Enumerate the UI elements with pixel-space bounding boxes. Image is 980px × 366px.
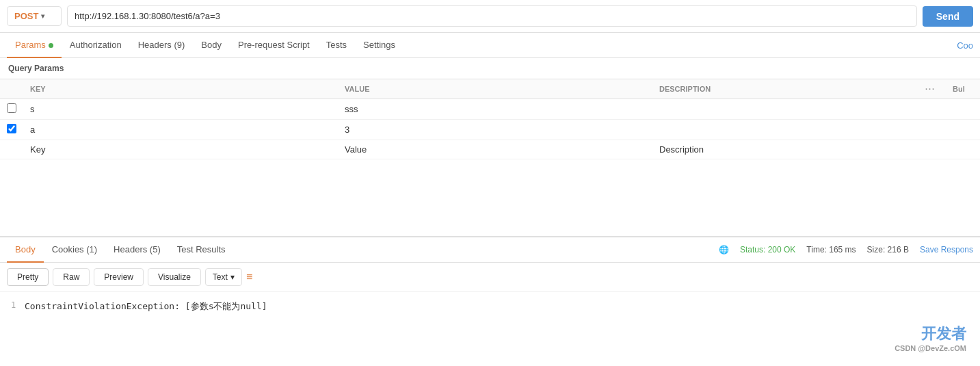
response-status: 🌐 Status: 200 OK Time: 165 ms Size: 216 …	[719, 245, 973, 254]
header-checkbox	[0, 79, 23, 99]
format-chevron-icon: ▾	[230, 272, 235, 282]
method-chevron-icon: ▾	[41, 12, 44, 20]
pretty-button[interactable]: Pretty	[7, 268, 49, 286]
row1-bulk	[946, 99, 980, 120]
table-row: a 3	[0, 120, 980, 140]
response-tab-cookies[interactable]: Cookies (1)	[44, 237, 105, 263]
tab-tests[interactable]: Tests	[318, 33, 355, 58]
raw-button[interactable]: Raw	[53, 268, 90, 286]
row2-key[interactable]: a	[23, 120, 338, 140]
line-number-1: 1	[11, 300, 25, 310]
preview-button[interactable]: Preview	[94, 268, 144, 286]
row1-dots	[918, 99, 946, 120]
placeholder-key[interactable]: Key	[23, 140, 338, 159]
row2-checkbox-cell	[0, 120, 23, 140]
placeholder-checkbox-cell	[0, 140, 23, 159]
row1-checkbox-cell	[0, 99, 23, 120]
placeholder-value[interactable]: Value	[338, 140, 652, 159]
size-text: Size: 216 B	[867, 245, 909, 254]
row1-value[interactable]: sss	[338, 99, 652, 120]
url-input[interactable]	[67, 5, 917, 27]
row1-key[interactable]: s	[23, 99, 338, 120]
response-section: Body Cookies (1) Headers (5) Test Result…	[0, 236, 980, 321]
header-bulk: Bul	[946, 79, 980, 99]
tab-params[interactable]: Params	[7, 33, 62, 58]
row2-value[interactable]: 3	[338, 120, 652, 140]
placeholder-dots	[918, 140, 946, 159]
tab-settings[interactable]: Settings	[355, 33, 403, 58]
params-table: KEY VALUE DESCRIPTION ··· Bul s sss	[0, 79, 980, 159]
format-label: Text	[213, 272, 228, 282]
placeholder-bulk	[946, 140, 980, 159]
row1-checkbox[interactable]	[7, 103, 16, 113]
tab-headers[interactable]: Headers (9)	[130, 33, 194, 58]
response-tab-test-results[interactable]: Test Results	[169, 237, 234, 263]
table-row: s sss	[0, 99, 980, 120]
request-tabs: Params Authorization Headers (9) Body Pr…	[0, 33, 980, 58]
status-text: Status: 200 OK	[740, 245, 795, 254]
response-tabs: Body Cookies (1) Headers (5) Test Result…	[0, 237, 980, 263]
header-description: DESCRIPTION	[652, 79, 918, 99]
time-text: Time: 165 ms	[806, 245, 856, 254]
header-value: VALUE	[338, 79, 652, 99]
code-area: 1 ConstraintViolationException: [参数s不能为n…	[0, 292, 980, 321]
table-header-row: KEY VALUE DESCRIPTION ··· Bul	[0, 79, 980, 99]
code-line-1: 1 ConstraintViolationException: [参数s不能为n…	[11, 299, 969, 314]
method-label: POST	[14, 11, 38, 21]
row2-description[interactable]	[652, 120, 918, 140]
line-content-1: ConstraintViolationException: [参数s不能为nul…	[25, 300, 267, 313]
visualize-button[interactable]: Visualize	[148, 268, 201, 286]
globe-icon: 🌐	[719, 245, 729, 254]
row2-dots	[918, 120, 946, 140]
response-toolbar: Pretty Raw Preview Visualize Text ▾ ≡	[0, 263, 980, 292]
header-key: KEY	[23, 79, 338, 99]
upper-section: Query Params KEY VALUE DESCRIPTION ··· B…	[0, 58, 980, 236]
header-dots: ···	[918, 79, 946, 99]
response-tab-headers[interactable]: Headers (5)	[105, 237, 169, 263]
row2-bulk	[946, 120, 980, 140]
row2-checkbox[interactable]	[7, 124, 16, 133]
format-dropdown[interactable]: Text ▾	[205, 268, 242, 286]
response-tab-body[interactable]: Body	[7, 237, 44, 263]
url-bar: POST ▾ Send	[0, 0, 980, 33]
placeholder-desc[interactable]: Description	[652, 140, 918, 159]
query-params-label: Query Params	[0, 58, 980, 79]
tab-prerequest[interactable]: Pre-request Script	[230, 33, 318, 58]
method-select[interactable]: POST ▾	[7, 6, 62, 26]
save-response-link[interactable]: Save Respons	[920, 245, 973, 254]
tab-body[interactable]: Body	[193, 33, 230, 58]
cookies-right-link[interactable]: Coo	[957, 40, 973, 51]
table-row-placeholder: Key Value Description	[0, 140, 980, 159]
row1-description[interactable]	[652, 99, 918, 120]
sort-icon[interactable]: ≡	[246, 271, 252, 283]
send-button[interactable]: Send	[923, 6, 973, 27]
tab-authorization[interactable]: Authorization	[62, 33, 130, 58]
